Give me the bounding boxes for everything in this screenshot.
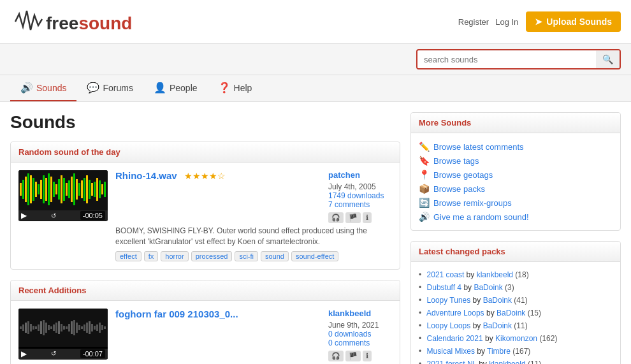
random-sound-tags: effect fx horror processed sci-fi sound … — [115, 251, 392, 261]
nav-item-forums[interactable]: 💬 Forums — [76, 75, 143, 101]
random-sound-comments[interactable]: 7 comments — [328, 200, 370, 209]
browse-tags-link[interactable]: Browse tags — [433, 156, 479, 166]
people-nav-icon: 👤 — [154, 82, 166, 94]
svg-rect-20 — [66, 183, 68, 196]
svg-rect-35 — [104, 182, 106, 197]
remix-icon: 🔄 — [419, 198, 430, 208]
pack-link-4[interactable]: Loopy Loops — [427, 321, 471, 330]
pack-user-link-5[interactable]: Kikomonzon — [495, 334, 537, 343]
random-sound-panel-header: Random sound of the day — [11, 142, 400, 163]
waveform-svg — [18, 170, 108, 208]
pencil-icon: ✏️ — [419, 142, 430, 152]
pack-count-2: (41) — [514, 296, 527, 305]
pack-link-2[interactable]: Loopy Tunes — [427, 296, 471, 305]
search-button[interactable]: 🔍 — [596, 50, 620, 68]
svg-rect-4 — [25, 177, 27, 202]
nav-sounds-label: Sounds — [36, 83, 66, 93]
recent-sound-comments[interactable]: 0 comments — [328, 339, 370, 347]
svg-rect-38 — [22, 324, 24, 331]
random-sound-downloads[interactable]: 1749 downloads — [328, 191, 384, 200]
svg-rect-23 — [73, 173, 75, 205]
svg-rect-57 — [71, 321, 73, 334]
tag-effect[interactable]: effect — [115, 251, 141, 261]
pack-user-link-6[interactable]: Timbre — [487, 347, 511, 356]
svg-rect-22 — [71, 177, 73, 202]
browse-geotags-link[interactable]: Browse geotags — [433, 170, 493, 180]
recent-sound-waveform[interactable]: ▶ ↺ -00:07 — [18, 309, 108, 360]
logo[interactable]: freesound — [10, 5, 150, 38]
pack-link-1[interactable]: Dubstuff 4 — [427, 283, 461, 292]
recent-sound-flag-icon[interactable]: 🏴 — [345, 351, 361, 361]
random-sound-description: BOOMY, SWISHING FLY-BY. Outer world soun… — [115, 226, 392, 247]
random-sound-link-right[interactable]: Give me a random sound! — [433, 212, 529, 222]
random-sound-link[interactable]: Rhino-14.wav — [115, 170, 177, 181]
browse-latest-comments-link[interactable]: Browse latest comments — [433, 142, 524, 152]
pack-link-6[interactable]: Musical Mixes — [427, 347, 475, 356]
upload-icon: ➤ — [535, 17, 542, 27]
browse-remix-link[interactable]: Browse remix-groups — [433, 198, 512, 208]
svg-rect-43 — [35, 326, 37, 329]
random-sound-waveform[interactable]: ▶ ↺ -00:05 — [18, 170, 108, 221]
recent-sound-username[interactable]: klankbeeld — [328, 309, 392, 318]
recent-sound-downloads[interactable]: 0 downloads — [328, 330, 371, 339]
pack-link-3[interactable]: Adventure Loops — [426, 309, 484, 317]
random-sound-meta: patchen July 4th, 2005 1749 downloads 7 … — [328, 170, 392, 223]
pack-item-7: 2021 forest NL by klankbeeld (11) — [419, 358, 613, 364]
pack-user-link-4[interactable]: BaDoink — [483, 321, 512, 330]
nav-forums-label: Forums — [103, 83, 133, 93]
random-sound-play-button[interactable]: ▶ — [21, 211, 27, 220]
svg-rect-42 — [33, 326, 34, 330]
tag-sci-fi[interactable]: sci-fi — [235, 251, 258, 261]
recent-sound-action-icons: 🎧 🏴 ℹ — [328, 351, 392, 361]
random-sound-headphone-icon[interactable]: 🎧 — [328, 212, 344, 223]
tag-processed[interactable]: processed — [191, 251, 233, 261]
pack-link-7[interactable]: 2021 forest NL — [427, 360, 477, 364]
recent-sound-info-icon[interactable]: ℹ — [363, 351, 372, 361]
recent-sound-link[interactable]: foghorn far 009 210303_0... — [115, 309, 238, 319]
svg-rect-49 — [50, 326, 52, 329]
svg-rect-53 — [61, 324, 62, 331]
pack-link-0[interactable]: 2021 coast — [427, 270, 465, 279]
sounds-nav-icon: 🔊 — [20, 82, 33, 94]
pack-user-link-3[interactable]: BaDoink — [497, 309, 525, 317]
random-sound-loop-button[interactable]: ↺ — [51, 212, 56, 219]
search-input[interactable] — [417, 51, 596, 68]
pack-by-5: by — [485, 334, 493, 343]
header-right: Register Log In ➤ Upload Sounds — [458, 11, 621, 32]
help-nav-icon: ❓ — [218, 82, 231, 94]
pack-user-link-0[interactable]: klankbeeld — [477, 270, 513, 279]
browse-packs-link[interactable]: Browse packs — [433, 184, 485, 194]
search-bar: 🔍 — [416, 49, 621, 69]
svg-rect-64 — [89, 321, 91, 334]
register-link[interactable]: Register — [458, 17, 489, 27]
tag-sound[interactable]: sound — [261, 251, 289, 261]
recent-waveform-svg — [18, 309, 108, 347]
svg-rect-60 — [78, 325, 80, 330]
nav-item-help[interactable]: ❓ Help — [208, 75, 263, 101]
random-sound-flag-icon[interactable]: 🏴 — [345, 212, 361, 223]
navigation: 🔊 Sounds 💬 Forums 👤 People ❓ Help — [0, 75, 631, 102]
login-link[interactable]: Log In — [495, 17, 518, 27]
nav-item-people[interactable]: 👤 People — [143, 75, 208, 101]
recent-sound-play-button[interactable]: ▶ — [21, 349, 27, 358]
recent-sound-loop-button[interactable]: ↺ — [51, 350, 56, 357]
random-sound-info-icon[interactable]: ℹ — [363, 212, 372, 223]
pack-user-link-7[interactable]: klankbeeld — [489, 360, 525, 364]
tag-sound-effect[interactable]: sound-effect — [291, 251, 338, 261]
svg-rect-30 — [91, 183, 93, 196]
random-sound-username[interactable]: patchen — [328, 170, 392, 180]
svg-rect-14 — [50, 177, 52, 202]
pack-link-5[interactable]: Calendario 2021 — [427, 334, 483, 343]
svg-rect-63 — [86, 323, 88, 333]
svg-rect-16 — [55, 184, 57, 194]
recent-sound-headphone-icon[interactable]: 🎧 — [328, 351, 344, 361]
pack-user-link-2[interactable]: BaDoink — [483, 296, 512, 305]
tag-horror[interactable]: horror — [161, 251, 188, 261]
pack-user-link-1[interactable]: BaDoink — [474, 283, 502, 292]
svg-rect-70 — [104, 326, 106, 329]
svg-rect-11 — [43, 175, 45, 203]
random-sound-action-icons: 🎧 🏴 ℹ — [328, 212, 392, 223]
nav-item-sounds[interactable]: 🔊 Sounds — [10, 75, 76, 101]
upload-button[interactable]: ➤ Upload Sounds — [526, 11, 621, 32]
tag-fx[interactable]: fx — [144, 251, 159, 261]
